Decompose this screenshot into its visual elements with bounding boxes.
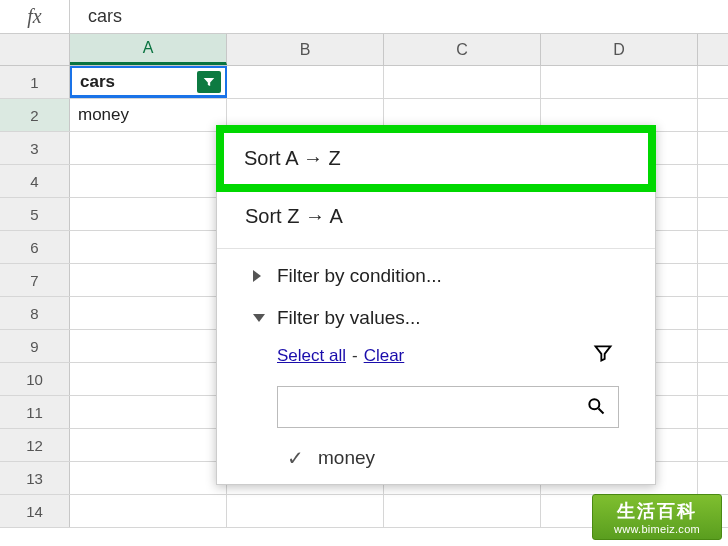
row-1: 1 cars (0, 66, 728, 99)
watermark: 生活百科 www.bimeiz.com (592, 494, 722, 540)
cell-a9[interactable] (70, 330, 227, 362)
cell-d1[interactable] (541, 66, 698, 98)
row-header-14[interactable]: 14 (0, 495, 70, 527)
column-headers: A B C D (0, 34, 728, 66)
cell-a6[interactable] (70, 231, 227, 263)
filter-by-values-label: Filter by values... (277, 307, 421, 329)
cell-a12[interactable] (70, 429, 227, 461)
cell-a14[interactable] (70, 495, 227, 527)
column-header-b[interactable]: B (227, 34, 384, 65)
column-header-a[interactable]: A (70, 34, 227, 65)
column-header-d[interactable]: D (541, 34, 698, 65)
search-icon (586, 396, 606, 419)
sort-az[interactable]: Sort A → Z (216, 125, 656, 192)
cell-a1[interactable]: cars (70, 66, 227, 98)
cell-a8[interactable] (70, 297, 227, 329)
row-header-8[interactable]: 8 (0, 297, 70, 329)
filter-value-item[interactable]: ✓ money (217, 438, 655, 484)
formula-bar: fx cars (0, 0, 728, 34)
cell-a3[interactable] (70, 132, 227, 164)
filter-by-values[interactable]: Filter by values... (217, 297, 655, 339)
chevron-down-icon (253, 314, 265, 322)
filter-value-label: money (318, 447, 375, 469)
filter-search-box[interactable] (277, 386, 619, 428)
clear-link[interactable]: Clear (364, 346, 405, 366)
row-header-3[interactable]: 3 (0, 132, 70, 164)
cell-a5[interactable] (70, 198, 227, 230)
watermark-url: www.bimeiz.com (614, 523, 700, 535)
cell-a2[interactable]: money (70, 99, 227, 131)
select-clear-row: Select all - Clear (217, 339, 655, 380)
chevron-right-icon (253, 270, 261, 282)
filter-by-condition-label: Filter by condition... (277, 265, 442, 287)
row-header-7[interactable]: 7 (0, 264, 70, 296)
filter-dropdown: Sort A → Z Sort Z → A Filter by conditio… (216, 125, 656, 485)
formula-input[interactable]: cars (70, 0, 728, 33)
row-header-5[interactable]: 5 (0, 198, 70, 230)
cell-a7[interactable] (70, 264, 227, 296)
cell-a4[interactable] (70, 165, 227, 197)
cell-c1[interactable] (384, 66, 541, 98)
row-header-6[interactable]: 6 (0, 231, 70, 263)
cell-a10[interactable] (70, 363, 227, 395)
cell-b14[interactable] (227, 495, 384, 527)
filter-search-input[interactable] (290, 398, 586, 416)
funnel-icon (593, 343, 613, 368)
cell-a11[interactable] (70, 396, 227, 428)
filter-icon (202, 75, 216, 89)
cell-a1-value: cars (80, 72, 115, 92)
filter-by-condition[interactable]: Filter by condition... (217, 255, 655, 297)
svg-point-0 (589, 399, 599, 409)
row-header-11[interactable]: 11 (0, 396, 70, 428)
column-header-c[interactable]: C (384, 34, 541, 65)
row-header-13[interactable]: 13 (0, 462, 70, 494)
watermark-cn: 生活百科 (617, 499, 697, 523)
select-all-link[interactable]: Select all (277, 346, 346, 366)
dash: - (352, 346, 358, 366)
sort-za[interactable]: Sort Z → A (217, 191, 655, 242)
fx-label: fx (0, 0, 70, 33)
row-header-10[interactable]: 10 (0, 363, 70, 395)
divider (217, 248, 655, 249)
filter-button[interactable] (197, 71, 221, 93)
check-icon: ✓ (287, 446, 304, 470)
cell-c14[interactable] (384, 495, 541, 527)
cell-a13[interactable] (70, 462, 227, 494)
svg-line-1 (599, 408, 604, 413)
select-all-corner[interactable] (0, 34, 70, 65)
row-header-1[interactable]: 1 (0, 66, 70, 98)
row-header-2[interactable]: 2 (0, 99, 70, 131)
row-header-12[interactable]: 12 (0, 429, 70, 461)
row-header-4[interactable]: 4 (0, 165, 70, 197)
row-header-9[interactable]: 9 (0, 330, 70, 362)
cell-b1[interactable] (227, 66, 384, 98)
